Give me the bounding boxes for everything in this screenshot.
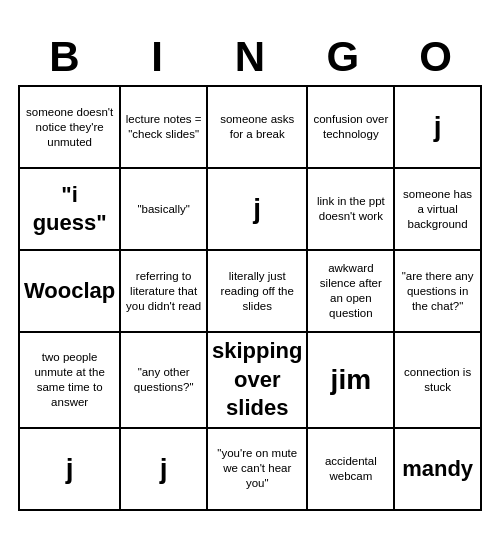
bingo-cell: skipping over slides [208,333,308,429]
bingo-cell: referring to literature that you didn't … [121,251,208,333]
bingo-cell: someone has a virtual background [395,169,482,251]
bingo-cell: awkward silence after an open question [308,251,395,333]
bingo-cell: accidental webcam [308,429,395,511]
bingo-cell: j [395,87,482,169]
bingo-cell: confusion over technology [308,87,395,169]
title-o: O [392,33,480,81]
bingo-cell: two people unmute at the same time to an… [20,333,121,429]
bingo-cell: someone doesn't notice they're unmuted [20,87,121,169]
bingo-cell: lecture notes = "check slides" [121,87,208,169]
bingo-cell: j [20,429,121,511]
title-n: N [206,33,294,81]
title-b: B [20,33,108,81]
bingo-card: B I N G O someone doesn't notice they're… [10,25,490,519]
bingo-cell: literally just reading off the slides [208,251,308,333]
bingo-cell: link in the ppt doesn't work [308,169,395,251]
bingo-cell: "any other questions?" [121,333,208,429]
bingo-cell: "are there any questions in the chat?" [395,251,482,333]
bingo-cell: j [121,429,208,511]
bingo-cell: connection is stuck [395,333,482,429]
title-i: I [113,33,201,81]
bingo-cell: jim [308,333,395,429]
bingo-cell: "you're on mute we can't hear you" [208,429,308,511]
bingo-cell: Wooclap [20,251,121,333]
bingo-grid: someone doesn't notice they're unmutedle… [18,85,482,511]
title-g: G [299,33,387,81]
bingo-cell: "i guess" [20,169,121,251]
bingo-cell: "basically" [121,169,208,251]
bingo-cell: mandy [395,429,482,511]
bingo-cell: someone asks for a break [208,87,308,169]
bingo-cell: j [208,169,308,251]
bingo-title: B I N G O [18,33,482,81]
